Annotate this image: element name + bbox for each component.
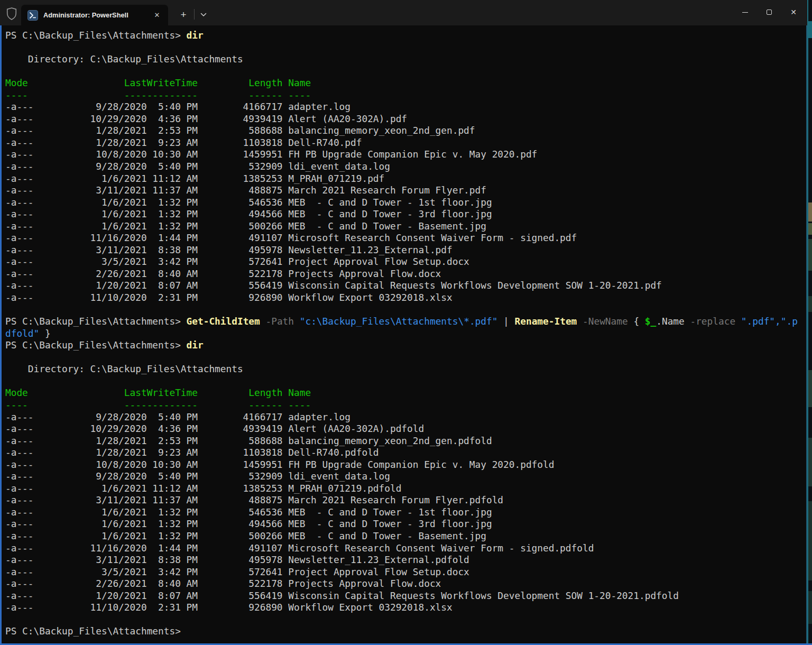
terminal-line <box>5 352 806 364</box>
new-tab-button[interactable]: + <box>176 7 191 23</box>
terminal-line: -a--- 11/10/2020 2:31 PM 926890 Workflow… <box>5 292 806 304</box>
background-window-speck <box>808 223 812 235</box>
background-window-sliver <box>807 0 812 643</box>
title-bar[interactable]: Administrator: PowerShell ✕ + ✕ <box>0 0 807 25</box>
close-icon: ✕ <box>790 8 797 16</box>
terminal-line: -a--- 1/28/2021 9:23 AM 1103818 Dell-R74… <box>5 137 806 149</box>
terminal-line: -a--- 3/11/2021 11:37 AM 488875 March 20… <box>5 494 806 506</box>
powershell-icon <box>27 10 38 21</box>
background-window-speck <box>808 370 812 407</box>
terminal-output: PS C:\Backup_Files\Attachments> dir Dire… <box>2 25 806 638</box>
terminal-line: -a--- 11/16/2020 1:44 PM 491107 Microsof… <box>5 542 806 555</box>
background-window-speck <box>808 21 812 38</box>
terminal-line: -a--- 3/11/2021 11:37 AM 488875 March 20… <box>5 185 806 197</box>
terminal-line: -a--- 1/6/2021 1:32 PM 500266 MEB - C an… <box>5 530 806 542</box>
background-window-speck <box>808 501 812 580</box>
terminal-line: -a--- 1/6/2021 11:12 AM 1385253 M_PRAH_0… <box>5 483 806 495</box>
terminal-line: -a--- 11/16/2020 1:44 PM 491107 Microsof… <box>5 232 806 244</box>
terminal-line <box>5 375 806 388</box>
terminal-line: -a--- 1/6/2021 1:32 PM 494566 MEB - C an… <box>5 518 806 530</box>
terminal-line: Mode LastWriteTime Length Name <box>5 77 806 89</box>
close-button[interactable]: ✕ <box>781 0 806 24</box>
terminal-line: -a--- 1/6/2021 1:32 PM 500266 MEB - C an… <box>5 220 806 233</box>
terminal-line: -a--- 10/29/2020 4:36 PM 4939419 Alert (… <box>5 423 806 435</box>
background-window-speck <box>808 438 812 486</box>
terminal-line: PS C:\Backup_Files\Attachments> Get-Chil… <box>5 316 806 328</box>
tab-administrator-powershell[interactable]: Administrator: PowerShell ✕ <box>21 5 168 25</box>
terminal-line: -a--- 10/29/2020 4:36 PM 4939419 Alert (… <box>5 113 806 125</box>
terminal-line: -a--- 1/6/2021 1:32 PM 546536 MEB - C an… <box>5 506 806 519</box>
maximize-icon <box>767 10 772 15</box>
terminal-line: -a--- 3/5/2021 3:42 PM 572641 Project Ap… <box>5 256 806 268</box>
minimize-icon <box>742 12 748 13</box>
terminal-line <box>5 66 806 78</box>
terminal-line: -a--- 3/11/2021 8:38 PM 495978 Newslette… <box>5 554 806 566</box>
terminal-window: Administrator: PowerShell ✕ + ✕ PS C:\Ba… <box>0 0 807 645</box>
terminal-line: -a--- 10/8/2020 10:30 AM 1459951 FH PB U… <box>5 459 806 471</box>
terminal-line: -a--- 1/20/2021 8:07 AM 556419 Wisconsin… <box>5 280 806 292</box>
terminal-line: -a--- 1/6/2021 1:32 PM 546536 MEB - C an… <box>5 197 806 209</box>
terminal-line: -a--- 9/28/2020 5:40 PM 532909 ldi_event… <box>5 161 806 173</box>
terminal-line: -a--- 1/20/2021 8:07 AM 556419 Wisconsin… <box>5 590 806 602</box>
terminal-line: ---- ------------- ------ ---- <box>5 399 806 411</box>
terminal-line: -a--- 11/10/2020 2:31 PM 926890 Workflow… <box>5 602 806 614</box>
terminal-line: -a--- 1/28/2021 2:53 PM 588688 balancing… <box>5 435 806 447</box>
background-window-speck <box>808 202 812 222</box>
terminal-line: PS C:\Backup_Files\Attachments> <box>5 625 806 638</box>
terminal-line: -a--- 3/5/2021 3:42 PM 572641 Project Ap… <box>5 566 806 578</box>
terminal-content-area[interactable]: PS C:\Backup_Files\Attachments> dir Dire… <box>0 25 807 643</box>
window-controls: ✕ <box>733 0 806 24</box>
terminal-line: -a--- 2/26/2021 8:40 AM 522178 Projects … <box>5 578 806 590</box>
terminal-line: -a--- 10/8/2020 10:30 AM 1459951 FH PB U… <box>5 149 806 161</box>
terminal-line <box>5 614 806 626</box>
terminal-line: -a--- 3/11/2021 8:38 PM 495978 Newslette… <box>5 244 806 256</box>
terminal-line: ---- ------------- ------ ---- <box>5 89 806 102</box>
terminal-line: PS C:\Backup_Files\Attachments> dir <box>5 30 806 42</box>
background-window-speck <box>808 296 812 312</box>
tab-title: Administrator: PowerShell <box>43 11 151 19</box>
terminal-line: -a--- 9/28/2020 5:40 PM 4166717 adapter.… <box>5 101 806 113</box>
terminal-line: Directory: C:\Backup_Files\Attachments <box>5 53 806 66</box>
terminal-line: Directory: C:\Backup_Files\Attachments <box>5 363 806 375</box>
terminal-line: -a--- 9/28/2020 5:40 PM 532909 ldi_event… <box>5 471 806 483</box>
terminal-line: Mode LastWriteTime Length Name <box>5 387 806 399</box>
terminal-line: -a--- 1/6/2021 1:32 PM 494566 MEB - C an… <box>5 208 806 220</box>
terminal-line: PS C:\Backup_Files\Attachments> dir <box>5 339 806 352</box>
terminal-line: -a--- 1/28/2021 9:23 AM 1103818 Dell-R74… <box>5 447 806 459</box>
admin-shield-icon <box>5 6 19 22</box>
terminal-line: -a--- 1/6/2021 11:12 AM 1385253 M_PRAH_0… <box>5 173 806 185</box>
tab-close-icon[interactable]: ✕ <box>151 10 163 21</box>
terminal-line: dfold" } <box>5 328 806 340</box>
maximize-button[interactable] <box>757 0 781 24</box>
background-window-speck <box>808 239 812 271</box>
terminal-line <box>5 42 806 54</box>
terminal-line: -a--- 9/28/2020 5:40 PM 4166717 adapter.… <box>5 411 806 423</box>
chevron-down-icon[interactable] <box>197 7 210 23</box>
terminal-line: -a--- 2/26/2021 8:40 AM 522178 Projects … <box>5 268 806 280</box>
minimize-button[interactable] <box>733 0 757 24</box>
terminal-line <box>5 304 806 316</box>
tab-separator <box>194 9 195 20</box>
terminal-line: -a--- 1/28/2021 2:53 PM 588688 balancing… <box>5 125 806 137</box>
background-window-speck <box>808 591 812 624</box>
